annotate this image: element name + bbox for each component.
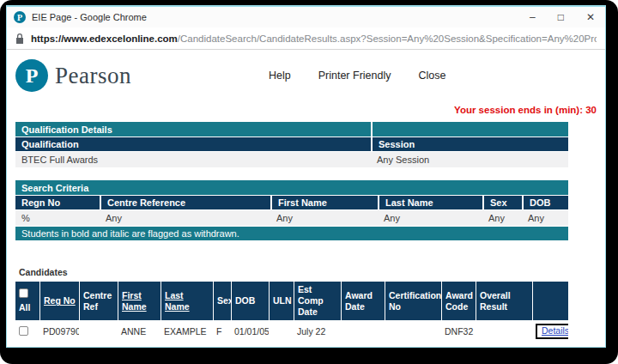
search-criteria-table: Search Criteria Regn No Centre Reference… xyxy=(15,180,568,240)
qualification-value: BTEC Full Awards xyxy=(15,151,371,167)
dob-column-header: DOB xyxy=(231,281,269,320)
certification-no-cell xyxy=(385,320,441,343)
est-comp-date-column-header: Est Comp Date xyxy=(294,281,341,320)
screenshot-frame: P EIE Page - Google Chrome – □ ✕ https:/… xyxy=(0,0,618,364)
select-all-header: All xyxy=(15,281,39,320)
first-name-cell: ANNE xyxy=(118,320,161,343)
first-name-column-header: First Name xyxy=(270,195,378,209)
address-bar[interactable]: https://www.edexcelonline.com/CandidateS… xyxy=(7,27,605,50)
pearson-wordmark: Pearson xyxy=(55,63,131,89)
nav-printer-friendly-link[interactable]: Printer Friendly xyxy=(318,70,391,82)
last-name-cell: EXAMPLE xyxy=(161,320,213,343)
top-nav: Help Printer Friendly Close xyxy=(269,70,445,82)
nav-close-link[interactable]: Close xyxy=(418,70,445,82)
centre-reference-criteria-value: Any xyxy=(100,209,270,226)
candidate-row: PD09790 ANNE EXAMPLE F 01/01/05 July 22 … xyxy=(15,320,568,343)
sex-cell: F xyxy=(213,320,231,343)
title-bar: P EIE Page - Google Chrome – □ ✕ xyxy=(7,7,605,27)
qualification-details-table: Qualification Details Qualification Sess… xyxy=(15,122,568,167)
details-column-header xyxy=(532,281,568,320)
session-timeout-notice: Your session ends in (min): 30 xyxy=(15,105,597,115)
nav-help-link[interactable]: Help xyxy=(269,70,291,82)
page-header: P Pearson Help Printer Friendly Close xyxy=(15,55,597,96)
qualification-column-header: Qualification xyxy=(15,136,371,151)
select-all-checkbox[interactable] xyxy=(19,288,28,298)
candidates-section-title: Candidates xyxy=(15,264,568,281)
certification-no-column-header: Certification No xyxy=(385,281,441,320)
sex-column-header: Sex xyxy=(482,195,522,209)
uln-cell xyxy=(269,320,294,343)
minimize-icon[interactable]: – xyxy=(530,12,536,22)
award-date-cell xyxy=(341,320,385,343)
uln-column-header: ULN xyxy=(269,281,294,320)
dob-cell: 01/01/05 xyxy=(231,320,269,343)
award-date-column-header: Award Date xyxy=(341,281,385,320)
row-checkbox[interactable] xyxy=(19,326,28,336)
browser-window: P EIE Page - Google Chrome – □ ✕ https:/… xyxy=(6,5,606,348)
search-criteria-section-title: Search Criteria xyxy=(15,180,568,195)
qualification-details-section-title: Qualification Details xyxy=(15,122,371,136)
url-text[interactable]: https://www.edexcelonline.com/CandidateS… xyxy=(31,33,597,44)
award-code-column-header: Award Code xyxy=(441,281,476,320)
last-name-column-header: Last Name xyxy=(378,195,482,209)
award-code-cell: DNF32 xyxy=(441,320,476,343)
last-name-column-header[interactable]: Last Name xyxy=(161,281,213,320)
candidates-table: Candidates All Reg No Centre Ref First N… xyxy=(15,264,568,343)
last-name-criteria-value: Any xyxy=(378,209,482,226)
window-title: EIE Page - Google Chrome xyxy=(32,12,530,22)
reg-no-column-header[interactable]: Reg No xyxy=(39,281,79,320)
reg-no-cell: PD09790 xyxy=(39,320,79,343)
page-content: P Pearson Help Printer Friendly Close Yo… xyxy=(7,50,605,348)
maximize-icon[interactable]: □ xyxy=(558,12,564,22)
first-name-column-header[interactable]: First Name xyxy=(118,281,161,320)
details-link[interactable]: Details xyxy=(542,325,568,336)
details-cell: Details xyxy=(532,320,568,343)
url-path: /CandidateSearch/CandidateResults.aspx?S… xyxy=(178,33,597,44)
pearson-logo-icon: P xyxy=(15,59,48,92)
dob-column-header: DOB xyxy=(522,195,568,209)
pearson-favicon-icon: P xyxy=(14,11,26,23)
url-domain: https://www.edexcelonline.com xyxy=(31,33,178,44)
select-all-label: All xyxy=(19,302,30,312)
sex-criteria-value: Any xyxy=(482,209,522,226)
overall-result-cell xyxy=(476,320,532,343)
dob-criteria-value: Any xyxy=(522,209,568,226)
centre-ref-cell xyxy=(79,320,118,343)
withdrawn-note: Students in bold and italic are flagged … xyxy=(15,226,568,240)
session-column-header: Session xyxy=(371,136,568,151)
details-highlight-box: Details xyxy=(536,324,568,339)
centre-ref-column-header: Centre Ref xyxy=(79,281,118,320)
row-select-cell xyxy=(15,320,39,343)
est-comp-date-cell: July 22 xyxy=(294,320,341,343)
first-name-criteria-value: Any xyxy=(270,209,378,226)
regn-no-column-header: Regn No xyxy=(15,195,100,209)
session-value: Any Session xyxy=(371,151,568,167)
close-icon[interactable]: ✕ xyxy=(586,12,595,22)
sex-column-header: Sex xyxy=(213,281,231,320)
centre-reference-column-header: Centre Reference xyxy=(100,195,270,209)
lock-icon xyxy=(15,33,24,44)
overall-result-column-header: Overall Result xyxy=(476,281,532,320)
regn-no-criteria-value: % xyxy=(15,209,100,226)
qualification-details-section-spacer xyxy=(371,122,568,136)
